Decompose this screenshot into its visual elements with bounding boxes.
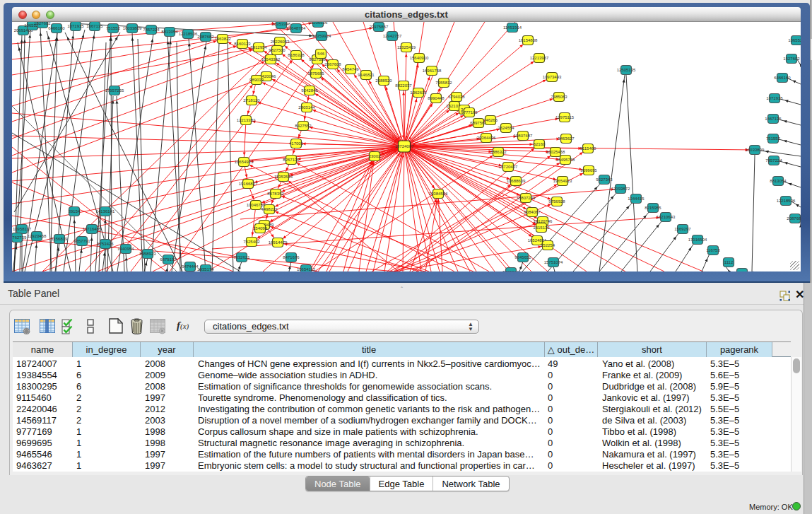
svg-text:15751074: 15751074 xyxy=(544,260,563,264)
svg-text:417001: 417001 xyxy=(289,141,304,146)
svg-text:16033809: 16033809 xyxy=(123,26,142,30)
svg-text:10025458: 10025458 xyxy=(546,150,565,154)
svg-text:8454749: 8454749 xyxy=(342,67,359,71)
svg-text:6879197: 6879197 xyxy=(160,257,177,262)
svg-text:15720407: 15720407 xyxy=(499,165,518,169)
svg-text:17016504: 17016504 xyxy=(688,238,707,242)
svg-text:16762759: 16762759 xyxy=(12,235,27,240)
svg-text:6794028: 6794028 xyxy=(448,95,465,99)
svg-text:14136141: 14136141 xyxy=(96,209,115,214)
svg-text:16914479: 16914479 xyxy=(269,240,288,245)
svg-text:12942757: 12942757 xyxy=(383,34,402,38)
svg-text:12213382: 12213382 xyxy=(237,118,256,122)
svg-text:11325419: 11325419 xyxy=(397,45,416,49)
svg-text:9657791: 9657791 xyxy=(73,239,90,243)
svg-text:8427552: 8427552 xyxy=(295,124,312,128)
svg-text:12218506: 12218506 xyxy=(777,199,796,203)
svg-text:1065526: 1065526 xyxy=(788,38,801,42)
svg-text:989033: 989033 xyxy=(249,78,264,82)
svg-text:12218506: 12218506 xyxy=(179,32,198,36)
svg-text:7886322: 7886322 xyxy=(490,150,507,154)
svg-text:20364436: 20364436 xyxy=(477,136,496,140)
svg-text:8990448: 8990448 xyxy=(428,96,445,100)
svg-text:1667135: 1667135 xyxy=(765,117,782,121)
svg-text:8958923: 8958923 xyxy=(139,252,156,256)
svg-text:20691406: 20691406 xyxy=(733,271,752,271)
svg-text:15716485: 15716485 xyxy=(83,227,102,231)
svg-text:12505135: 12505135 xyxy=(617,68,636,72)
svg-text:9242845: 9242845 xyxy=(301,88,318,93)
svg-text:4498222: 4498222 xyxy=(261,207,278,211)
svg-text:6466160: 6466160 xyxy=(774,76,791,80)
svg-text:10958117: 10958117 xyxy=(13,227,32,231)
svg-text:19654923: 19654923 xyxy=(553,179,572,183)
svg-text:9827500: 9827500 xyxy=(269,48,286,52)
svg-text:1071915: 1071915 xyxy=(766,96,783,100)
svg-text:1753426: 1753426 xyxy=(97,242,114,246)
svg-text:23975867: 23975867 xyxy=(370,25,389,29)
svg-text:12213967: 12213967 xyxy=(530,56,549,60)
svg-text:3624554: 3624554 xyxy=(498,126,514,130)
svg-text:154099: 154099 xyxy=(253,226,268,230)
svg-text:7632621: 7632621 xyxy=(233,255,250,259)
svg-text:8215955: 8215955 xyxy=(645,206,661,210)
svg-text:12975115: 12975115 xyxy=(555,115,575,119)
svg-text:116753: 116753 xyxy=(706,248,720,252)
svg-text:15640910: 15640910 xyxy=(410,56,429,60)
svg-text:546: 546 xyxy=(317,52,325,56)
svg-text:17957255: 17957255 xyxy=(105,88,124,93)
svg-text:16210643: 16210643 xyxy=(657,215,676,219)
svg-text:9115460: 9115460 xyxy=(580,146,597,151)
svg-text:8822037: 8822037 xyxy=(395,83,412,88)
svg-text:28226053: 28226053 xyxy=(271,40,290,44)
svg-text:23002: 23002 xyxy=(369,154,381,158)
svg-text:2935174: 2935174 xyxy=(197,267,214,271)
svg-text:746266: 746266 xyxy=(483,118,498,122)
svg-text:6466160: 6466160 xyxy=(48,26,65,30)
svg-text:17359924: 17359924 xyxy=(312,34,331,38)
svg-text:3912954: 3912954 xyxy=(250,45,267,49)
svg-text:1440954: 1440954 xyxy=(117,247,134,251)
svg-text:1615132: 1615132 xyxy=(533,226,550,230)
svg-text:9084067: 9084067 xyxy=(524,210,541,214)
svg-text:2803144: 2803144 xyxy=(298,105,315,110)
svg-text:19166827: 19166827 xyxy=(239,182,258,186)
svg-text:8813054: 8813054 xyxy=(161,30,178,34)
svg-text:16033809: 16033809 xyxy=(746,148,765,152)
svg-text:1569297: 1569297 xyxy=(674,227,691,231)
svg-text:9777169: 9777169 xyxy=(461,110,478,115)
svg-text:2087682: 2087682 xyxy=(197,35,214,39)
svg-text:751552: 751552 xyxy=(766,136,781,141)
svg-text:9463627: 9463627 xyxy=(558,136,575,141)
svg-text:3875685: 3875685 xyxy=(307,71,324,76)
svg-text:9699695: 9699695 xyxy=(580,168,597,173)
svg-text:8471676: 8471676 xyxy=(283,255,300,259)
svg-text:20206526: 20206526 xyxy=(309,22,328,25)
svg-text:11451914: 11451914 xyxy=(503,25,522,30)
svg-text:9146821: 9146821 xyxy=(358,73,375,77)
svg-text:18807249: 18807249 xyxy=(517,196,536,200)
svg-text:1667135: 1667135 xyxy=(86,24,103,28)
svg-text:10973493: 10973493 xyxy=(543,75,562,79)
svg-text:2367608: 2367608 xyxy=(324,62,341,66)
svg-text:16495758: 16495758 xyxy=(556,158,575,162)
svg-text:10543362: 10543362 xyxy=(261,57,281,62)
svg-text:16648784: 16648784 xyxy=(287,26,306,30)
svg-text:1527602: 1527602 xyxy=(783,57,800,61)
svg-text:8160123: 8160123 xyxy=(234,42,251,46)
svg-text:7857224: 7857224 xyxy=(765,158,782,163)
svg-text:9474444: 9474444 xyxy=(182,264,199,269)
svg-text:9245652: 9245652 xyxy=(514,255,531,259)
svg-text:19384554: 19384554 xyxy=(429,192,448,196)
svg-text:1362615: 1362615 xyxy=(410,90,427,95)
svg-text:9756928: 9756928 xyxy=(548,199,565,204)
svg-text:9329966: 9329966 xyxy=(502,270,519,271)
svg-text:10807487: 10807487 xyxy=(514,134,533,138)
svg-text:39154: 39154 xyxy=(69,209,81,214)
svg-text:11353534: 11353534 xyxy=(274,175,293,179)
svg-text:2588520: 2588520 xyxy=(375,78,392,83)
svg-text:7857224: 7857224 xyxy=(143,28,160,32)
svg-text:10688609: 10688609 xyxy=(507,179,526,183)
svg-text:7463822: 7463822 xyxy=(214,37,231,41)
svg-text:8813054: 8813054 xyxy=(770,179,787,183)
